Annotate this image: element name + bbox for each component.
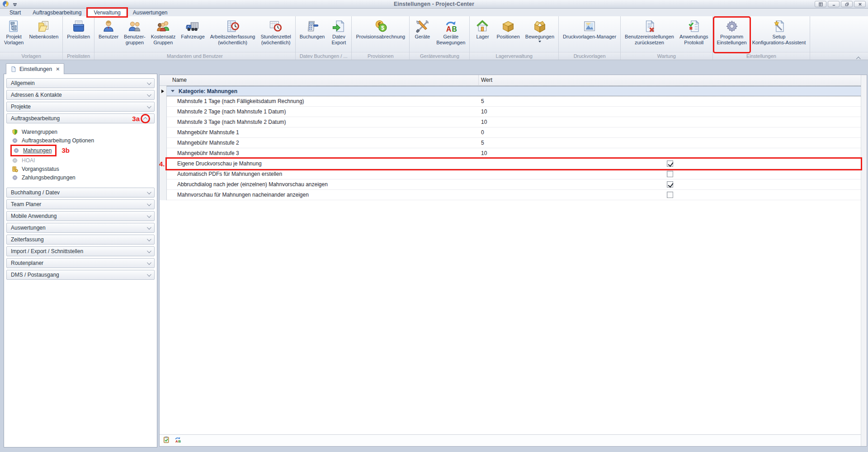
section-label: Mobile Anwendung <box>11 213 57 219</box>
ribbon-button-label: Fahrzeuge <box>181 34 205 40</box>
ribbon-button-programm-einstellungen[interactable]: Programm Einstellungen2. <box>714 18 750 52</box>
ribbon-button-arbeitszeiterfassung-wöchentlich[interactable]: Arbeitszeiterfassung (wöchentlich) <box>208 18 258 52</box>
ribbon-button-provisionsabrechnung[interactable]: €$Provisionsabrechnung <box>353 18 408 52</box>
grid-row[interactable]: Mahnvorschau für Mahnungen nacheinander … <box>167 190 861 200</box>
sidebar-section-dms-postausgang[interactable]: DMS / Postausgang <box>6 270 155 280</box>
column-header-wert[interactable]: Wert <box>481 77 492 83</box>
annotation-step3a: 3a <box>132 115 140 122</box>
sidebar-section-mobile-anwendung[interactable]: Mobile Anwendung <box>6 211 155 221</box>
ribbon-button-bewegungen[interactable]: Bewegungen <box>523 18 557 52</box>
ribbon-button-stundenzettel-wöchentlich[interactable]: Stundenzettel (wöchentlich) <box>258 18 293 52</box>
sidebar-section-routenplaner[interactable]: Routenplaner <box>6 258 155 268</box>
chevron-down-icon <box>147 190 151 194</box>
ribbon-tab-auswertungen[interactable]: Auswertungen <box>127 9 173 16</box>
grid-row[interactable]: Automatisch PDFs für Mahnungen erstellen <box>167 169 861 179</box>
ribbon-button-label: Benutzereinstellungen zurücksetzen <box>625 34 674 46</box>
ribbon-button-projekt-vorlagen[interactable]: Projekt Vorlagen <box>1 18 26 52</box>
vertical-scrollbar[interactable] <box>861 75 867 446</box>
ribbon-button-benutzereinstellungen-zurücksetzen[interactable]: Benutzereinstellungen zurücksetzen <box>622 18 677 52</box>
clipboard-check-icon[interactable] <box>163 436 170 445</box>
grid-row[interactable]: Mahngebühr Mahnstufe 25 <box>167 138 861 148</box>
grid-row[interactable]: Mahnstufe 2 Tage (nach Mahnstufe 1 Datum… <box>167 107 861 117</box>
ribbon-button-geräte[interactable]: Geräte <box>411 18 434 52</box>
collapse-category-icon[interactable] <box>171 90 175 92</box>
sidebar-section-zeiterfassung[interactable]: Zeiterfassung <box>6 235 155 245</box>
ribbon-tab-auftragsbearbeitung[interactable]: Auftragsbearbeitung <box>27 9 87 16</box>
grid-row[interactable]: Mahngebühr Mahnstufe 10 <box>167 127 861 138</box>
restore-button[interactable] <box>841 1 853 7</box>
ribbon-button-fahrzeuge[interactable]: Fahrzeuge <box>178 18 208 52</box>
folder-yellow-icon <box>37 19 51 33</box>
collapse-ribbon-button[interactable] <box>857 54 861 57</box>
sidebar-section-import-export-schnittstellen[interactable]: Import / Export / Schnittstellen <box>6 246 155 256</box>
sidebar-item-mahnungen[interactable]: Mahnungen3b <box>4 145 157 156</box>
ribbon-button-benutzer[interactable]: Benutzer <box>96 18 121 52</box>
checkbox-unchecked[interactable] <box>667 192 673 198</box>
checkbox-checked[interactable] <box>667 181 673 188</box>
ribbon-group-mandanten-und-benutzer: BenutzerBenutzer- gruppenKostensatz Grup… <box>94 16 296 60</box>
setting-value: 10 <box>481 150 487 156</box>
focused-row-arrow-icon <box>161 89 164 93</box>
setting-value: 10 <box>481 119 487 125</box>
sidebar-section-projekte[interactable]: Projekte <box>6 102 155 112</box>
category-row[interactable]: Kategorie: Mahnungen <box>167 86 861 96</box>
row-indicator-column <box>160 86 167 200</box>
sidebar-item-warengruppen[interactable]: Warengruppen <box>4 127 157 136</box>
grid-row[interactable]: Eigene Druckvorschau je Mahnung4. <box>167 159 861 169</box>
grid-header: Name Wert <box>160 75 861 86</box>
coins-icon: €$ <box>374 19 387 33</box>
grid-row[interactable]: Mahnstufe 3 Tage (nach Mahnstufe 2 Datum… <box>167 117 861 127</box>
ribbon-button-label: Positionen <box>496 34 519 40</box>
minimize-button[interactable] <box>828 1 840 7</box>
checkbox-checked[interactable] <box>667 160 673 167</box>
sidebar-item-hoai[interactable]: HOAI <box>4 156 157 165</box>
ribbon-group-caption: Lagerverwaltung <box>470 52 558 60</box>
annotation-circle <box>141 114 150 123</box>
section-label: Allgemein <box>11 80 35 86</box>
ribbon-button-nebenkosten[interactable]: Nebenkosten <box>26 18 61 52</box>
ribbon-button-benutzer-gruppen[interactable]: Benutzer- gruppen <box>121 18 148 52</box>
settings-document-tab[interactable]: Einstellungen × <box>6 63 64 74</box>
ribbon-button-preislisten[interactable]: Preislisten <box>64 18 93 52</box>
sidebar-item-zahlungsbedingungen[interactable]: Zahlungsbedingungen <box>4 173 157 182</box>
ab-transfer-icon[interactable]: AB <box>174 436 181 445</box>
ribbon-button-anwendungs-protokoll[interactable]: Anwendungs Protokoll <box>677 18 711 52</box>
project-tree-icon <box>7 19 21 33</box>
sidebar-item-auftragsbearbeitung-optionen[interactable]: Auftragsbearbeitung Optionen <box>4 136 157 145</box>
restore-icon <box>845 2 849 6</box>
grid-row[interactable]: Mahnstufe 1 Tage (nach Fälligkeitsdatum … <box>167 96 861 107</box>
svg-text:A: A <box>446 25 451 33</box>
ribbon-button-druckvorlagen-manager[interactable]: Druckvorlagen-Manager <box>560 18 619 52</box>
window-layout-button[interactable] <box>815 1 826 7</box>
ribbon-button-positionen[interactable]: Positionen <box>494 18 522 52</box>
svg-text:A: A <box>175 439 178 443</box>
ribbon-group-caption: Druckvorlagen <box>559 52 620 60</box>
grid-row[interactable]: Mahngebühr Mahnstufe 310 <box>167 148 861 159</box>
ribbon-button-label: Datev Export <box>331 34 346 46</box>
window-title: Einstellungen - Project-Center <box>0 1 868 7</box>
ribbon-tab-start[interactable]: Start <box>4 9 26 16</box>
dropdown-arrow-icon <box>538 41 541 42</box>
sidebar-section-auswertungen[interactable]: Auswertungen <box>6 223 155 233</box>
close-button[interactable] <box>854 1 866 7</box>
close-tab-icon[interactable]: × <box>56 66 60 72</box>
sidebar-section-team-planer[interactable]: Team Planer <box>6 199 155 209</box>
ribbon-button-datev-export[interactable]: Datev Export <box>327 18 350 52</box>
ribbon-button-lager[interactable]: Lager <box>471 18 494 52</box>
ribbon-button-setup-konfigurations-assistent[interactable]: Setup Konfigurations-Assistent <box>750 18 809 52</box>
column-header-name[interactable]: Name <box>172 77 187 83</box>
sidebar-section-allgemein[interactable]: Allgemein <box>6 78 155 88</box>
sidebar-section-auftragsbearbeitung[interactable]: Auftragsbearbeitung3a <box>6 113 155 123</box>
grid-row[interactable]: Abbruchdialog nach jeder (einzelnen) Mah… <box>167 179 861 190</box>
gear-small-icon <box>13 147 19 154</box>
checkbox-unchecked[interactable] <box>667 171 673 177</box>
sidebar-section-buchhaltung-datev[interactable]: Buchhaltung / Datev <box>6 188 155 198</box>
ribbon-button-buchungen[interactable]: Buchungen <box>297 18 328 52</box>
ribbon-button-kostensatz-gruppen[interactable]: Kostensatz Gruppen <box>148 18 178 52</box>
sidebar-item-vorgangsstatus[interactable]: Vorgangsstatus <box>4 165 157 173</box>
ribbon-tab-verwaltung[interactable]: Verwaltung <box>88 9 126 16</box>
sidebar-section-adressen-kontakte[interactable]: Adressen & Kontakte <box>6 90 155 100</box>
chevron-down-icon <box>147 237 151 241</box>
ribbon-button-geräte-bewegungen[interactable]: ABGeräte Bewegungen <box>434 18 468 52</box>
doc-export-icon <box>332 19 345 33</box>
